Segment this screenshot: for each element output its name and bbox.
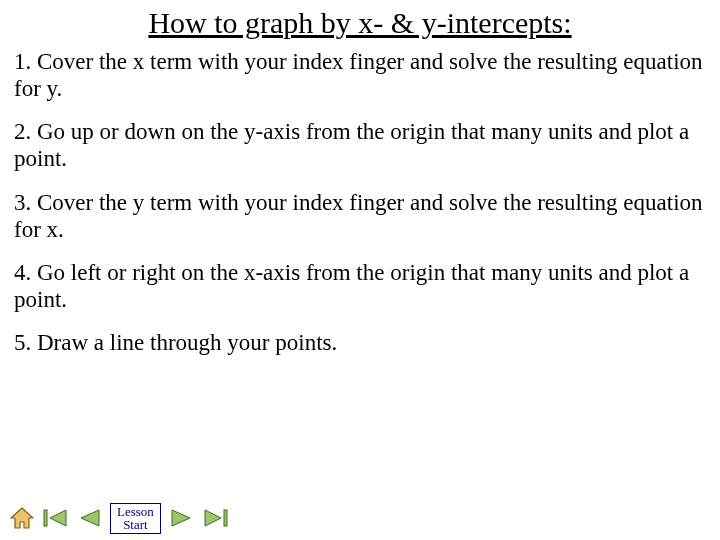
step-item: 2. Go up or down on the y-axis from the … xyxy=(14,118,706,172)
svg-marker-5 xyxy=(205,510,221,526)
nav-bar: Lesson Start xyxy=(8,503,229,534)
svg-marker-3 xyxy=(81,510,99,526)
lesson-start-label-line1: Lesson xyxy=(117,505,154,519)
step-item: 4. Go left or right on the x-axis from t… xyxy=(14,259,706,313)
home-icon xyxy=(9,506,35,530)
svg-marker-0 xyxy=(11,508,33,528)
prev-icon xyxy=(77,506,103,530)
svg-marker-4 xyxy=(172,510,190,526)
next-icon xyxy=(168,506,194,530)
svg-marker-2 xyxy=(50,510,66,526)
step-item: 1. Cover the x term with your index fing… xyxy=(14,48,706,102)
next-button[interactable] xyxy=(167,505,195,531)
lesson-start-button[interactable]: Lesson Start xyxy=(110,503,161,534)
home-button[interactable] xyxy=(8,505,36,531)
steps-list: 1. Cover the x term with your index fing… xyxy=(0,40,720,356)
lesson-start-label-line2: Start xyxy=(117,518,154,532)
slide-title: How to graph by x- & y-intercepts: xyxy=(0,0,720,40)
first-button[interactable] xyxy=(42,505,70,531)
slide: How to graph by x- & y-intercepts: 1. Co… xyxy=(0,0,720,540)
step-item: 3. Cover the y term with your index fing… xyxy=(14,189,706,243)
first-icon xyxy=(42,506,70,530)
prev-button[interactable] xyxy=(76,505,104,531)
svg-rect-1 xyxy=(44,510,47,526)
last-button[interactable] xyxy=(201,505,229,531)
svg-rect-6 xyxy=(224,510,227,526)
last-icon xyxy=(201,506,229,530)
step-item: 5. Draw a line through your points. xyxy=(14,329,706,356)
